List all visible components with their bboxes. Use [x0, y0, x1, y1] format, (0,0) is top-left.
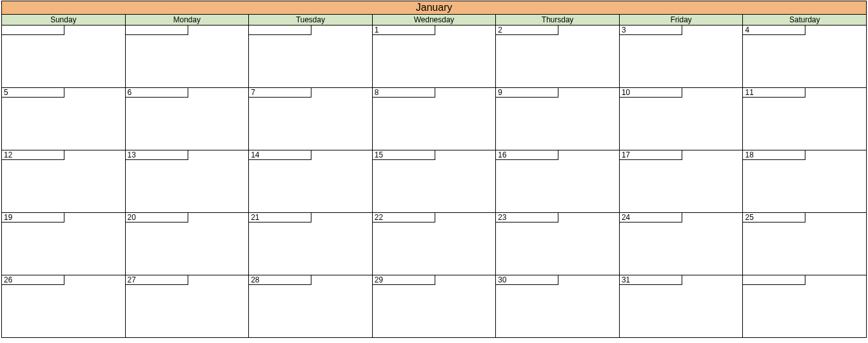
month-title: January: [1, 1, 867, 15]
calendar-weeks: 1 2 3 4 5 6 7 8 9 10 11 12 13 14 15 16 1…: [1, 26, 867, 338]
day-cell[interactable]: 31: [620, 275, 744, 338]
calendar-week: 19 20 21 22 23 24 25: [1, 213, 867, 275]
date-number: 30: [496, 275, 558, 285]
date-number: 1: [373, 26, 435, 35]
day-cell[interactable]: 11: [743, 88, 867, 150]
day-cell[interactable]: 26: [1, 275, 126, 338]
day-cell[interactable]: 2: [496, 26, 620, 88]
calendar: January Sunday Monday Tuesday Wednesday …: [1, 1, 867, 338]
date-number: [126, 26, 188, 35]
date-number: 13: [126, 150, 188, 160]
weekday-header-saturday: Saturday: [743, 15, 867, 26]
date-number: 14: [249, 150, 311, 160]
date-number: [249, 26, 311, 35]
date-number: 4: [743, 26, 805, 35]
date-number: 5: [2, 88, 64, 98]
date-number: 10: [620, 88, 682, 98]
day-cell[interactable]: 21: [249, 213, 373, 275]
date-number: 24: [620, 213, 682, 223]
day-cell[interactable]: 4: [743, 26, 867, 88]
weekday-header-monday: Monday: [126, 15, 250, 26]
weekday-header-friday: Friday: [620, 15, 744, 26]
weekday-header-sunday: Sunday: [1, 15, 126, 26]
day-cell[interactable]: 27: [126, 275, 250, 338]
date-number: 18: [743, 150, 805, 160]
date-number: 12: [2, 150, 64, 160]
calendar-week: 12 13 14 15 16 17 18: [1, 150, 867, 213]
day-cell[interactable]: 25: [743, 213, 867, 275]
day-cell[interactable]: 10: [620, 88, 744, 150]
calendar-week: 5 6 7 8 9 10 11: [1, 88, 867, 150]
day-cell[interactable]: 12: [1, 150, 126, 213]
day-cell[interactable]: 18: [743, 150, 867, 213]
date-number: 7: [249, 88, 311, 98]
date-number: 21: [249, 213, 311, 223]
weekday-header-wednesday: Wednesday: [373, 15, 497, 26]
date-number: 31: [620, 275, 682, 285]
date-number: 6: [126, 88, 188, 98]
day-cell[interactable]: [1, 26, 126, 88]
date-number: 17: [620, 150, 682, 160]
day-cell[interactable]: 15: [373, 150, 497, 213]
day-cell[interactable]: 19: [1, 213, 126, 275]
day-cell[interactable]: 22: [373, 213, 497, 275]
day-cell[interactable]: 20: [126, 213, 250, 275]
day-cell[interactable]: 6: [126, 88, 250, 150]
day-cell[interactable]: 3: [620, 26, 744, 88]
day-cell[interactable]: 14: [249, 150, 373, 213]
day-cell[interactable]: 28: [249, 275, 373, 338]
date-number: 15: [373, 150, 435, 160]
day-cell[interactable]: 17: [620, 150, 744, 213]
day-cell[interactable]: 23: [496, 213, 620, 275]
date-number: 22: [373, 213, 435, 223]
day-cell[interactable]: 8: [373, 88, 497, 150]
date-number: 11: [743, 88, 805, 98]
day-cell[interactable]: 24: [620, 213, 744, 275]
date-number: 27: [126, 275, 188, 285]
weekday-header-tuesday: Tuesday: [249, 15, 373, 26]
day-cell[interactable]: 1: [373, 26, 497, 88]
date-number: 20: [126, 213, 188, 223]
weekday-header-row: Sunday Monday Tuesday Wednesday Thursday…: [1, 15, 867, 26]
date-number: 28: [249, 275, 311, 285]
date-number: [2, 26, 64, 35]
day-cell[interactable]: [743, 275, 867, 338]
date-number: [743, 275, 805, 285]
day-cell[interactable]: 13: [126, 150, 250, 213]
day-cell[interactable]: 9: [496, 88, 620, 150]
date-number: 29: [373, 275, 435, 285]
day-cell[interactable]: 29: [373, 275, 497, 338]
date-number: 16: [496, 150, 558, 160]
day-cell[interactable]: 16: [496, 150, 620, 213]
weekday-header-thursday: Thursday: [496, 15, 620, 26]
calendar-week: 26 27 28 29 30 31: [1, 275, 867, 338]
day-cell[interactable]: 30: [496, 275, 620, 338]
date-number: 25: [743, 213, 805, 223]
date-number: 8: [373, 88, 435, 98]
day-cell[interactable]: 5: [1, 88, 126, 150]
day-cell[interactable]: 7: [249, 88, 373, 150]
date-number: 2: [496, 26, 558, 35]
day-cell[interactable]: [249, 26, 373, 88]
date-number: 23: [496, 213, 558, 223]
date-number: 26: [2, 275, 64, 285]
date-number: 3: [620, 26, 682, 35]
calendar-week: 1 2 3 4: [1, 26, 867, 88]
date-number: 19: [2, 213, 64, 223]
day-cell[interactable]: [126, 26, 250, 88]
date-number: 9: [496, 88, 558, 98]
